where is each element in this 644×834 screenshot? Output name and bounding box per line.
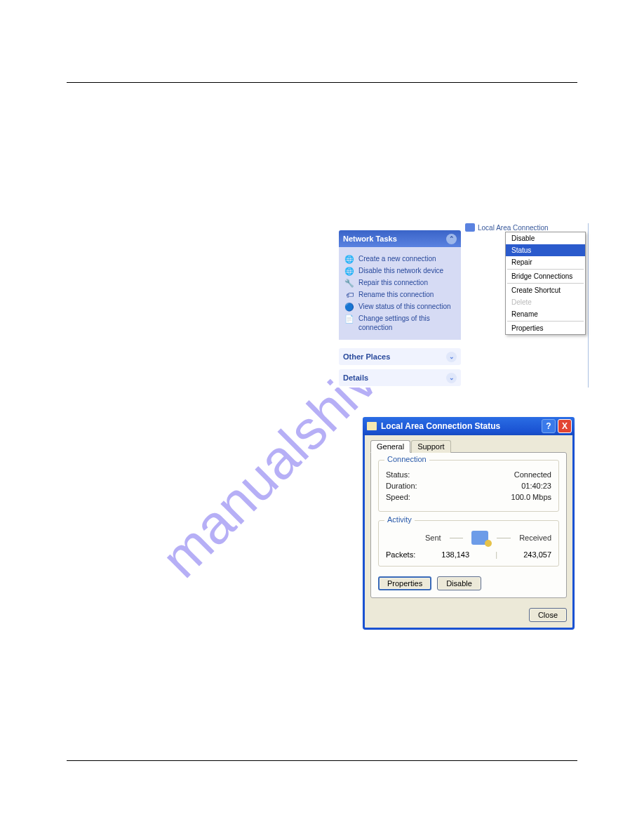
packets-label: Packets: xyxy=(386,550,415,559)
packets-sent: 138,143 xyxy=(441,550,469,559)
task-label: Disable this network device xyxy=(358,267,443,276)
connection-status-dialog: Local Area Connection Status ? X General… xyxy=(363,417,575,630)
globe-plus-icon: 🌐 xyxy=(344,255,354,265)
menu-disable[interactable]: Disable xyxy=(506,232,585,244)
details-panel[interactable]: Details ⌄ xyxy=(339,369,461,386)
task-label: Change settings of this connection xyxy=(358,315,455,332)
network-icon xyxy=(367,422,377,430)
packets-row: Packets: 138,143 | 243,057 xyxy=(386,550,551,559)
network-tasks-header[interactable]: Network Tasks ⌃ xyxy=(339,230,461,247)
info-icon: 🔵 xyxy=(344,303,354,312)
task-change-settings[interactable]: 📄Change settings of this connection xyxy=(344,315,455,332)
details-label: Details xyxy=(343,373,368,382)
footer-rule xyxy=(67,760,577,761)
task-label: Repair this connection xyxy=(358,279,428,288)
menu-delete: Delete xyxy=(506,296,585,308)
network-tasks-title: Network Tasks xyxy=(343,234,397,243)
task-label: Create a new connection xyxy=(358,255,436,264)
connection-group: Connection Status:Connected Duration:01:… xyxy=(378,460,559,512)
speed-value: 100.0 Mbps xyxy=(511,493,551,501)
packets-divider: | xyxy=(495,550,497,559)
connection-legend: Connection xyxy=(384,455,429,463)
screenshot-network-tasks: Local Area Connection Network Tasks ⌃ 🌐C… xyxy=(335,223,589,388)
speed-row: Speed:100.0 Mbps xyxy=(386,493,551,501)
packets-received: 243,057 xyxy=(523,550,551,559)
header-rule xyxy=(67,82,577,83)
duration-value: 01:40:23 xyxy=(521,482,551,490)
globe-x-icon: 🌐 xyxy=(344,267,354,277)
expand-icon[interactable]: ⌄ xyxy=(446,373,457,383)
menu-shortcut[interactable]: Create Shortcut xyxy=(506,284,585,296)
network-tasks-panel: Network Tasks ⌃ 🌐Create a new connection… xyxy=(339,230,461,340)
menu-properties[interactable]: Properties xyxy=(506,322,585,334)
network-icon xyxy=(465,223,475,232)
duration-label: Duration: xyxy=(386,482,417,490)
dialog-titlebar[interactable]: Local Area Connection Status ? X xyxy=(363,417,575,435)
menu-status[interactable]: Status xyxy=(506,244,585,256)
task-view-status[interactable]: 🔵View status of this connection xyxy=(344,303,455,312)
tab-general[interactable]: General xyxy=(370,440,410,453)
task-repair-connection[interactable]: 🔧Repair this connection xyxy=(344,279,455,289)
status-label: Status: xyxy=(386,470,410,479)
menu-separator xyxy=(507,283,584,284)
menu-separator xyxy=(507,321,584,322)
context-menu: Disable Status Repair Bridge Connections… xyxy=(505,232,586,335)
status-row: Status:Connected xyxy=(386,470,551,479)
menu-separator xyxy=(507,269,584,270)
menu-rename[interactable]: Rename xyxy=(506,308,585,320)
close-dialog-button[interactable]: Close xyxy=(529,608,567,622)
duration-row: Duration:01:40:23 xyxy=(386,482,551,490)
status-value: Connected xyxy=(514,470,551,479)
task-disable-device[interactable]: 🌐Disable this network device xyxy=(344,267,455,277)
collapse-icon[interactable]: ⌃ xyxy=(446,234,457,244)
expand-icon[interactable]: ⌄ xyxy=(446,352,457,362)
lan-connection-item[interactable]: Local Area Connection xyxy=(465,223,549,232)
tab-content: Connection Status:Connected Duration:01:… xyxy=(370,452,567,598)
wrench-icon: 🔧 xyxy=(344,279,354,289)
sent-label: Sent xyxy=(425,534,441,542)
tab-support[interactable]: Support xyxy=(411,440,451,453)
other-places-label: Other Places xyxy=(343,352,390,361)
lan-label: Local Area Connection xyxy=(478,224,549,232)
task-rename-connection[interactable]: 🏷Rename this connection xyxy=(344,291,455,300)
task-label: Rename this connection xyxy=(358,291,434,300)
received-label: Received xyxy=(519,534,551,542)
activity-group: Activity Sent Received Packets: 138,143 … xyxy=(378,520,559,567)
speed-label: Speed: xyxy=(386,493,410,501)
activity-legend: Activity xyxy=(384,515,415,524)
other-places-panel[interactable]: Other Places ⌄ xyxy=(339,348,461,365)
activity-icon xyxy=(471,531,488,545)
divider-line xyxy=(497,538,511,538)
dialog-title: Local Area Connection Status xyxy=(381,421,500,431)
task-create-connection[interactable]: 🌐Create a new connection xyxy=(344,255,455,265)
properties-button[interactable]: Properties xyxy=(378,576,431,590)
doc-icon: 📄 xyxy=(344,315,354,324)
activity-header: Sent Received xyxy=(386,531,551,545)
help-button[interactable]: ? xyxy=(542,419,556,433)
task-label: View status of this connection xyxy=(358,303,451,312)
divider-line xyxy=(450,538,464,538)
menu-bridge[interactable]: Bridge Connections xyxy=(506,270,585,282)
menu-repair[interactable]: Repair xyxy=(506,256,585,268)
tag-icon: 🏷 xyxy=(344,291,354,300)
disable-button[interactable]: Disable xyxy=(437,576,481,590)
close-button[interactable]: X xyxy=(558,419,572,433)
